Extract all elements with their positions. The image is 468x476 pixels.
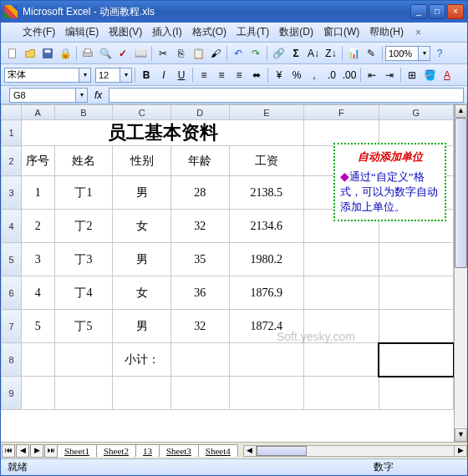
sheet-tab[interactable]: 13 bbox=[135, 444, 160, 457]
menu-view[interactable]: 视图(V) bbox=[104, 23, 147, 41]
underline-button[interactable]: U bbox=[173, 67, 190, 84]
col-header[interactable]: A bbox=[21, 105, 54, 120]
autosum-icon[interactable]: Σ bbox=[287, 45, 304, 62]
col-header[interactable]: C bbox=[113, 105, 171, 120]
menu-window[interactable]: 窗口(W) bbox=[318, 23, 364, 41]
name-box[interactable]: G8 bbox=[9, 88, 76, 103]
sheet-tab[interactable]: Sheet1 bbox=[57, 444, 97, 457]
border-icon[interactable]: ⊞ bbox=[404, 67, 420, 84]
vertical-scrollbar[interactable]: ▲ ▼ bbox=[454, 104, 467, 442]
dec-decimal-icon[interactable]: .00 bbox=[341, 67, 358, 84]
print-icon[interactable] bbox=[79, 45, 96, 62]
doc-close-button[interactable]: × bbox=[415, 27, 421, 38]
scroll-down-icon[interactable]: ▼ bbox=[455, 428, 467, 442]
menu-tools[interactable]: 工具(T) bbox=[231, 23, 274, 41]
fill-color-icon[interactable]: 🪣 bbox=[421, 67, 438, 84]
zoom-dropdown[interactable]: ▾ bbox=[385, 45, 430, 62]
col-header[interactable]: B bbox=[54, 105, 113, 120]
currency-icon[interactable]: ¥ bbox=[271, 67, 287, 84]
col-header[interactable]: G bbox=[379, 105, 453, 120]
name-caret-icon[interactable]: ▾ bbox=[76, 88, 88, 103]
diamond-icon: ◆ bbox=[340, 170, 349, 183]
row-header[interactable]: 1 bbox=[2, 120, 22, 146]
italic-button[interactable]: I bbox=[155, 67, 172, 84]
cut-icon[interactable]: ✂ bbox=[155, 45, 171, 62]
hscroll-thumb[interactable] bbox=[257, 446, 307, 456]
new-icon[interactable] bbox=[4, 45, 21, 62]
align-center-icon[interactable]: ≡ bbox=[213, 67, 230, 84]
excel-logo-icon bbox=[4, 5, 18, 18]
tab-nav-prev-icon[interactable]: ◀ bbox=[16, 444, 29, 458]
fontsize-dropdown[interactable]: ▾ bbox=[95, 67, 132, 84]
menu-format[interactable]: 格式(O) bbox=[187, 23, 231, 41]
font-dropdown[interactable]: ▾ bbox=[4, 67, 91, 84]
help-icon[interactable]: ? bbox=[431, 45, 448, 62]
select-all-corner[interactable] bbox=[2, 105, 22, 120]
window-title: Microsoft Excel - 动画教程.xls bbox=[23, 5, 409, 19]
tab-nav-next-icon[interactable]: ▶ bbox=[30, 444, 43, 458]
zoom-input[interactable] bbox=[385, 46, 419, 61]
tab-nav-last-icon[interactable]: ⏭ bbox=[44, 444, 58, 458]
active-cell[interactable] bbox=[379, 343, 453, 377]
percent-icon[interactable]: % bbox=[288, 67, 305, 84]
menu-data[interactable]: 数据(D) bbox=[274, 23, 318, 41]
sheet-tab[interactable]: Sheet4 bbox=[198, 444, 238, 457]
cell-title[interactable]: 员工基本资料 bbox=[21, 120, 303, 146]
close-button[interactable]: × bbox=[447, 4, 464, 19]
doc-icon bbox=[6, 27, 18, 38]
formula-input[interactable] bbox=[109, 88, 464, 103]
hyperlink-icon[interactable]: 🔗 bbox=[270, 45, 287, 62]
formatpainter-icon[interactable]: 🖌 bbox=[207, 45, 224, 62]
menu-file[interactable]: 文件(F) bbox=[18, 23, 60, 41]
maximize-button[interactable]: □ bbox=[429, 4, 445, 19]
chart-icon[interactable]: 📊 bbox=[345, 45, 362, 62]
fx-icon[interactable]: fx bbox=[94, 89, 102, 101]
align-left-icon[interactable]: ≡ bbox=[196, 67, 212, 84]
minimize-button[interactable]: _ bbox=[410, 4, 427, 19]
scroll-track[interactable] bbox=[455, 118, 467, 428]
paste-icon[interactable]: 📋 bbox=[190, 45, 206, 62]
sheet-tab[interactable]: Sheet2 bbox=[96, 444, 136, 457]
permission-icon[interactable]: 🔒 bbox=[57, 45, 74, 62]
inc-decimal-icon[interactable]: .0 bbox=[323, 67, 340, 84]
grid-area: A B C D E F G 1 员工基本资料 2 序号 姓名 性别 年龄 工资 bbox=[1, 104, 467, 442]
menu-edit[interactable]: 编辑(E) bbox=[60, 23, 104, 41]
inc-indent-icon[interactable]: ⇥ bbox=[381, 67, 398, 84]
spell-icon[interactable]: ✓ bbox=[114, 45, 131, 62]
scroll-up-icon[interactable]: ▲ bbox=[455, 104, 467, 118]
drawing-icon[interactable]: ✎ bbox=[363, 45, 379, 62]
preview-icon[interactable]: 🔍 bbox=[97, 45, 114, 62]
font-color-icon[interactable]: A bbox=[439, 67, 455, 84]
align-right-icon[interactable]: ≡ bbox=[231, 67, 247, 84]
col-header[interactable]: E bbox=[229, 105, 304, 120]
copy-icon[interactable]: ⎘ bbox=[172, 45, 189, 62]
col-header[interactable]: F bbox=[304, 105, 379, 120]
sort-asc-icon[interactable]: A↓ bbox=[305, 45, 322, 62]
menu-insert[interactable]: 插入(I) bbox=[147, 23, 186, 41]
bold-button[interactable]: B bbox=[138, 67, 155, 84]
svg-rect-2 bbox=[45, 49, 51, 53]
row-header[interactable]: 2 bbox=[2, 146, 22, 176]
redo-icon[interactable]: ↷ bbox=[247, 45, 264, 62]
sort-desc-icon[interactable]: Z↓ bbox=[323, 45, 339, 62]
horizontal-scrollbar[interactable]: ◀ ▶ bbox=[243, 445, 467, 457]
save-icon[interactable] bbox=[39, 45, 56, 62]
hscroll-left-icon[interactable]: ◀ bbox=[243, 445, 257, 457]
zoom-caret-icon[interactable]: ▾ bbox=[419, 46, 430, 61]
font-input[interactable] bbox=[4, 68, 79, 83]
dec-indent-icon[interactable]: ⇤ bbox=[364, 67, 380, 84]
comma-icon[interactable]: , bbox=[306, 67, 323, 84]
menu-help[interactable]: 帮助(H) bbox=[364, 23, 409, 41]
undo-icon[interactable]: ↶ bbox=[230, 45, 247, 62]
col-header[interactable]: D bbox=[170, 105, 229, 120]
scroll-thumb[interactable] bbox=[455, 118, 467, 268]
font-caret-icon[interactable]: ▾ bbox=[79, 68, 91, 83]
fontsize-input[interactable] bbox=[95, 68, 120, 83]
sheet-tab[interactable]: Sheet3 bbox=[159, 444, 199, 457]
fontsize-caret-icon[interactable]: ▾ bbox=[120, 68, 132, 83]
research-icon[interactable]: 📖 bbox=[132, 45, 149, 62]
tab-nav-first-icon[interactable]: ⏮ bbox=[2, 444, 15, 458]
hscroll-right-icon[interactable]: ▶ bbox=[454, 445, 467, 457]
open-icon[interactable] bbox=[22, 45, 38, 62]
merge-icon[interactable]: ⬌ bbox=[248, 67, 265, 84]
